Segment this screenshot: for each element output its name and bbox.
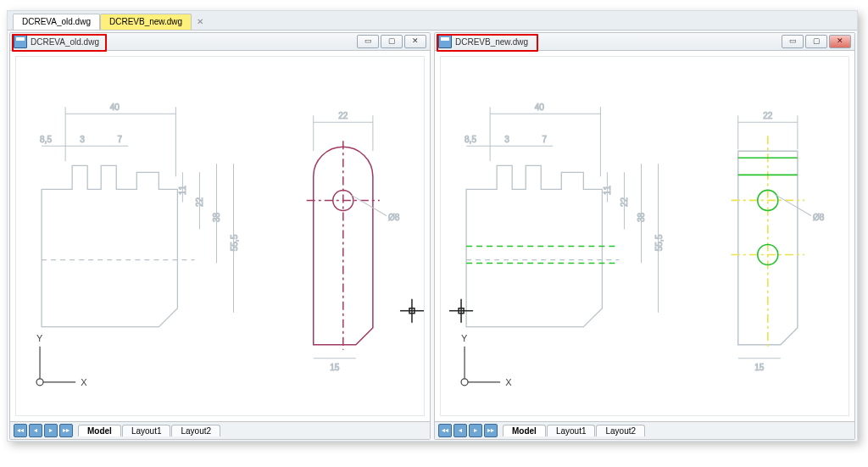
left-titlebar[interactable]: DCREVA_old.dwg ▭ ▢ ✕ [10,33,430,51]
dim-8-5: 8,5 [465,135,476,144]
doc-tab-new[interactable]: DCREVB_new.dwg [100,14,192,30]
left-window-buttons: ▭ ▢ ✕ [357,35,426,48]
svg-point-2 [36,379,43,386]
dim-8-5: 8,5 [40,135,52,144]
dim-7: 7 [117,135,122,144]
svg-line-18 [352,195,387,215]
right-titlebar[interactable]: DCREVB_new.dwg ▭ ▢ ✕ [435,33,854,51]
right-window-buttons: ▭ ▢ ✕ [782,35,851,48]
tab-layout2[interactable]: Layout2 [171,425,220,436]
axis-x-label: X [505,377,512,387]
dim-11: 11 [603,185,612,195]
nav-prev[interactable]: ◂ [453,424,467,437]
dim-22v: 22 [620,197,629,207]
minimize-button[interactable]: ▭ [357,35,379,48]
right-drawing-canvas[interactable]: Y X [440,56,849,416]
dim-22v: 22 [195,197,204,207]
dim-11: 11 [178,185,187,195]
doc-tab-close[interactable]: ✕ [192,14,209,30]
tab-layout1[interactable]: Layout1 [547,425,596,436]
dim-38: 38 [637,212,647,222]
dim-7: 7 [542,135,547,144]
nav-prev[interactable]: ◂ [29,424,42,437]
dim-22top: 22 [338,111,348,120]
dim-40: 40 [110,103,120,112]
svg-point-25 [461,379,468,386]
dim-15: 15 [754,363,765,372]
left-tab-nav: ◂◂ ◂ ▸ ▸▸ [14,424,73,437]
dim-38: 38 [213,212,222,222]
tab-layout2[interactable]: Layout2 [596,425,645,436]
main-frame: DCREVA_old.dwg DCREVB_new.dwg ✕ DCREVA_o… [7,10,858,442]
dim-22top: 22 [763,111,773,120]
nav-first[interactable]: ◂◂ [14,424,27,437]
nav-last[interactable]: ▸▸ [484,424,498,437]
dim-dia8: Ø8 [388,213,400,222]
left-title-text: DCREVA_old.dwg [31,37,99,47]
dwg-icon [438,35,452,48]
maximize-button[interactable]: ▢ [381,35,403,48]
right-pane: DCREVB_new.dwg ▭ ▢ ✕ [434,32,855,440]
dwg-icon [14,35,27,48]
dim-40: 40 [535,103,545,112]
maximize-button[interactable]: ▢ [805,35,827,48]
axis-y-label: Y [461,333,468,343]
nav-first[interactable]: ◂◂ [438,424,452,437]
dim-3: 3 [504,135,509,144]
document-tab-bar: DCREVA_old.dwg DCREVB_new.dwg ✕ [8,11,857,31]
tab-model[interactable]: Model [78,425,121,436]
left-pane: DCREVA_old.dwg ▭ ▢ ✕ [9,32,431,440]
nav-next[interactable]: ▸ [469,424,482,437]
nav-next[interactable]: ▸ [44,424,58,437]
dim-3: 3 [80,135,85,144]
doc-tab-old[interactable]: DCREVA_old.dwg [13,14,100,30]
right-title-text: DCREVB_new.dwg [455,37,528,47]
dim-55-5: 55,5 [230,234,239,251]
left-layout-tabs: ◂◂ ◂ ▸ ▸▸ Model Layout1 Layout2 [10,421,430,439]
nav-last[interactable]: ▸▸ [59,424,73,437]
axis-y-label: Y [36,333,43,343]
tab-model[interactable]: Model [503,425,546,436]
dim-15: 15 [330,363,340,372]
dim-dia8: Ø8 [813,213,825,222]
minimize-button[interactable]: ▭ [782,35,804,48]
close-button[interactable]: ✕ [829,35,851,48]
tab-layout1[interactable]: Layout1 [122,425,171,436]
left-drawing-canvas[interactable]: Y X [15,56,425,416]
dim-55-5: 55,5 [654,234,664,251]
right-tab-nav: ◂◂ ◂ ▸ ▸▸ [438,424,498,437]
axis-x-label: X [81,377,87,387]
close-button[interactable]: ✕ [404,35,426,48]
svg-line-47 [776,195,811,215]
panes-container: DCREVA_old.dwg ▭ ▢ ✕ [8,31,857,442]
right-layout-tabs: ◂◂ ◂ ▸ ▸▸ Model Layout1 Layout2 [435,421,854,439]
app-window: DCREVA_old.dwg DCREVB_new.dwg ✕ DCREVA_o… [0,0,868,467]
